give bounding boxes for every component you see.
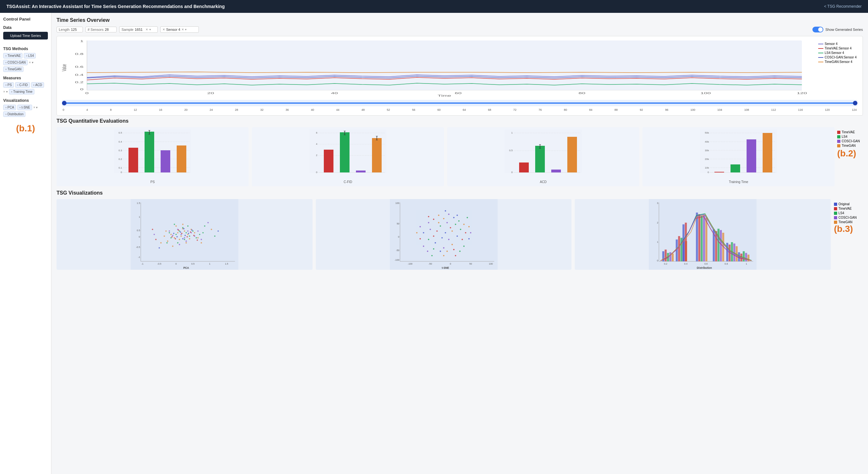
svg-point-117 bbox=[170, 237, 172, 238]
svg-point-219 bbox=[427, 251, 428, 252]
training-time-chart-title: Training Time bbox=[645, 180, 832, 184]
svg-text:0: 0 bbox=[316, 171, 318, 174]
ts-legend: Sensor 4 TimeVAE:Sensor 4 LS4:Sensor 4 C… bbox=[818, 39, 860, 64]
control-panel-title: Control Panel bbox=[3, 17, 48, 22]
sensors-value: 28 bbox=[105, 28, 114, 31]
viz-legend-original-color bbox=[834, 203, 837, 206]
remove-timevae-icon[interactable]: × bbox=[5, 54, 7, 58]
tick-52: 52 bbox=[387, 108, 390, 112]
upload-time-series-button[interactable]: Upload Time Series bbox=[3, 32, 48, 39]
show-generated-toggle-group: Show Generated Series bbox=[812, 27, 863, 32]
measure-tag-cfid[interactable]: × C-FID bbox=[15, 82, 30, 88]
svg-point-184 bbox=[448, 239, 450, 240]
svg-point-156 bbox=[155, 239, 156, 240]
remove-ls4-icon[interactable]: × bbox=[26, 54, 27, 58]
svg-text:2: 2 bbox=[657, 221, 658, 224]
sample-dropdown-icon[interactable]: ▾ bbox=[149, 28, 151, 31]
remove-cfid-icon[interactable]: × bbox=[17, 84, 19, 87]
svg-point-210 bbox=[438, 215, 439, 216]
svg-point-112 bbox=[176, 234, 177, 235]
svg-text:30k: 30k bbox=[705, 149, 709, 152]
remove-training-time-icon[interactable]: × bbox=[11, 90, 12, 93]
time-slider[interactable] bbox=[62, 100, 858, 106]
sensor-clear-icon[interactable]: × bbox=[162, 27, 165, 32]
viz-tag-tsne[interactable]: × t-SNE bbox=[17, 105, 32, 110]
svg-point-129 bbox=[185, 241, 187, 242]
remove-pca-icon[interactable]: × bbox=[5, 106, 7, 109]
svg-text:0.5: 0.5 bbox=[509, 149, 513, 152]
svg-point-201 bbox=[423, 232, 424, 233]
svg-text:0.3: 0.3 bbox=[119, 149, 122, 152]
svg-text:100: 100 bbox=[701, 92, 711, 95]
remove-tsne-icon[interactable]: × bbox=[19, 106, 21, 109]
svg-text:1.5: 1.5 bbox=[137, 202, 140, 204]
tick-40: 40 bbox=[311, 108, 314, 112]
svg-text:50: 50 bbox=[397, 222, 399, 225]
sensor-dropdown-icon[interactable]: ▾ bbox=[185, 28, 187, 31]
tick-8: 8 bbox=[110, 108, 112, 112]
sensor-clear2-icon[interactable]: × bbox=[182, 27, 184, 32]
svg-point-132 bbox=[197, 230, 198, 231]
svg-point-158 bbox=[214, 235, 216, 237]
cfid-chart-title: C-FID bbox=[254, 180, 441, 184]
b2-label: (b.2) bbox=[837, 148, 863, 162]
viz-tag-pca[interactable]: × PCA bbox=[3, 105, 16, 110]
svg-point-192 bbox=[462, 239, 463, 240]
svg-text:-50: -50 bbox=[429, 262, 432, 265]
sample-clear-icon[interactable]: × bbox=[146, 27, 148, 32]
acd-chart: 1 0.5 0 bbox=[447, 127, 639, 186]
tsne-svg: 100 50 0 -50 -100 -100 -50 0 50 100 t-SN… bbox=[316, 199, 572, 270]
svg-point-187 bbox=[433, 235, 434, 237]
svg-text:2: 2 bbox=[316, 154, 318, 157]
svg-text:Distribution: Distribution bbox=[697, 266, 712, 270]
measure-tag-training-time[interactable]: × Training Time bbox=[9, 89, 34, 94]
svg-point-181 bbox=[441, 237, 443, 238]
tsne-chart-card: 100 50 0 -50 -100 -100 -50 0 50 100 t-SN… bbox=[316, 199, 572, 270]
remove-acd-icon[interactable]: × bbox=[33, 84, 35, 87]
method-tag-timegan[interactable]: × TimeGAN bbox=[3, 66, 24, 72]
method-tag-coscigan[interactable]: × COSCI-GAN bbox=[3, 60, 28, 65]
viz-legend-original: Original bbox=[834, 202, 863, 206]
tsg-recommender-link[interactable]: < TSG Recommender bbox=[824, 4, 862, 9]
quant-legend-ls4-label: LS4 bbox=[842, 135, 847, 138]
svg-text:-50: -50 bbox=[396, 249, 399, 252]
ps-chart: 0.5 0.4 0.3 0.2 0.1 0 bbox=[57, 127, 249, 186]
sample-select[interactable]: Sample 1651 × ▾ bbox=[119, 26, 158, 33]
svg-point-182 bbox=[436, 230, 437, 231]
viz-more[interactable]: × ▾ bbox=[33, 106, 38, 109]
remove-timegan-icon[interactable]: × bbox=[5, 68, 7, 71]
svg-point-102 bbox=[197, 237, 198, 238]
show-generated-toggle[interactable] bbox=[812, 27, 823, 32]
svg-text:100: 100 bbox=[489, 262, 493, 265]
measures-more[interactable]: × ▾ bbox=[3, 90, 8, 93]
svg-point-101 bbox=[176, 225, 177, 227]
svg-text:-100: -100 bbox=[408, 262, 412, 265]
remove-distribution-icon[interactable]: × bbox=[5, 113, 7, 116]
svg-point-110 bbox=[182, 227, 183, 228]
svg-point-108 bbox=[179, 230, 180, 231]
measure-tag-acd[interactable]: × ACD bbox=[31, 82, 44, 88]
svg-text:0: 0 bbox=[398, 235, 399, 238]
svg-rect-251 bbox=[696, 213, 698, 261]
svg-text:-0.5: -0.5 bbox=[136, 246, 140, 249]
remove-coscigan-icon[interactable]: × bbox=[5, 61, 7, 64]
measure-tag-ps-label: PS bbox=[7, 83, 11, 87]
svg-point-150 bbox=[171, 236, 173, 237]
svg-point-107 bbox=[165, 230, 167, 231]
svg-point-197 bbox=[433, 219, 434, 220]
main-layout: Control Panel Data Upload Time Series TS… bbox=[0, 13, 868, 474]
sensor-select[interactable]: × Sensor 4 × ▾ bbox=[160, 26, 199, 33]
svg-point-216 bbox=[468, 238, 469, 240]
svg-point-99 bbox=[167, 241, 168, 242]
remove-ps-icon[interactable]: × bbox=[5, 84, 7, 87]
slider-thumb-right[interactable] bbox=[853, 101, 858, 105]
measure-tag-ps[interactable]: × PS bbox=[3, 82, 14, 88]
method-tag-timevae[interactable]: × TimeVAE bbox=[3, 53, 23, 58]
slider-thumb-left[interactable] bbox=[62, 101, 66, 105]
method-tag-ls4[interactable]: × LS4 bbox=[24, 53, 36, 58]
methods-more[interactable]: × ▾ bbox=[29, 61, 33, 64]
sample-value: 1651 bbox=[134, 28, 144, 31]
viz-row-wrap: 1.5 1 0.5 0 -0.5 -1 -1 -0.5 0 0.5 1 bbox=[57, 199, 863, 270]
viz-tag-distribution[interactable]: × Distribution bbox=[3, 112, 25, 117]
pca-svg: 1.5 1 0.5 0 -0.5 -1 -1 -0.5 0 0.5 1 bbox=[57, 199, 313, 270]
